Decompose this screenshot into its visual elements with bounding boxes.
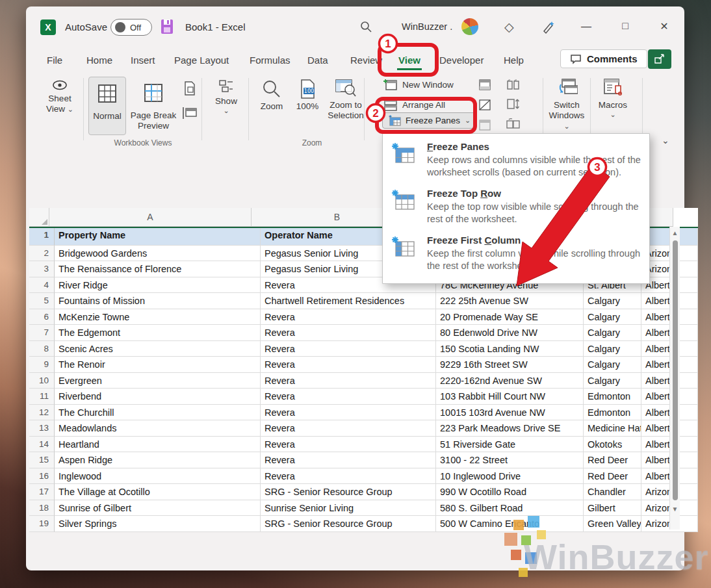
split-icon[interactable] — [478, 79, 491, 90]
tab-file[interactable]: File — [45, 51, 64, 70]
cell[interactable]: Revera — [261, 437, 436, 453]
arrange-all-button[interactable]: Arrange All — [383, 99, 445, 111]
row-number[interactable]: 10 — [29, 373, 55, 389]
tab-developer[interactable]: Developer — [438, 51, 485, 70]
hide-icon[interactable] — [478, 99, 491, 110]
new-window-button[interactable]: New Window — [383, 79, 454, 91]
cell[interactable]: Revera — [261, 341, 436, 357]
unhide-icon[interactable] — [478, 120, 491, 131]
cell[interactable]: 10015 103rd Avenue NW — [436, 405, 584, 421]
designer-diamond-icon[interactable]: ◇ — [504, 19, 514, 34]
cell[interactable]: The Renoir — [55, 357, 261, 373]
tab-data[interactable]: Data — [306, 51, 330, 70]
minimize-button[interactable]: — — [573, 21, 599, 32]
zoom-button[interactable]: Zoom — [255, 79, 289, 112]
maximize-button[interactable]: □ — [612, 20, 638, 32]
cell[interactable]: Heartland — [55, 437, 261, 453]
menu-item-freeze-top-row[interactable]: Freeze Top Row Keep the top row visible … — [383, 181, 649, 227]
share-button[interactable] — [648, 49, 671, 69]
cell[interactable]: Red Deer — [584, 468, 641, 485]
page-break-preview-button[interactable]: Page Break Preview — [129, 77, 178, 131]
cell[interactable]: Property Name — [55, 228, 261, 246]
row-number[interactable]: 9 — [29, 357, 55, 373]
cell[interactable]: Sunrise of Gilbert — [55, 500, 261, 517]
cell[interactable]: Edmonton — [584, 389, 641, 405]
cell[interactable]: Okotoks — [584, 437, 641, 453]
tab-formulas[interactable]: Formulas — [248, 51, 292, 70]
cell[interactable]: 990 W Ocotillo Road — [436, 484, 584, 500]
normal-view-button[interactable]: Normal — [88, 77, 126, 135]
cell[interactable]: River Ridge — [55, 277, 261, 294]
tab-home[interactable]: Home — [85, 51, 114, 70]
sheet-view-button[interactable]: Sheet View ⌄ — [39, 79, 81, 114]
cell[interactable]: The Edgemont — [55, 325, 261, 341]
macros-button[interactable]: Macros ⌄ — [593, 78, 633, 119]
synchronous-scrolling-icon[interactable] — [506, 98, 521, 111]
show-button[interactable]: Show ⌄ — [209, 79, 243, 115]
autosave-toggle[interactable]: Off — [110, 19, 152, 36]
custom-views-icon[interactable] — [182, 106, 198, 120]
cell[interactable]: Revera — [261, 357, 436, 373]
row-number[interactable]: 19 — [29, 516, 55, 532]
save-icon[interactable] — [160, 18, 174, 35]
zoom-to-selection-button[interactable]: Zoom to Selection — [326, 79, 365, 121]
cell[interactable]: SRG - Senior Resource Group — [261, 516, 436, 532]
cell[interactable]: Calgary — [584, 309, 641, 326]
tab-insert[interactable]: Insert — [129, 51, 157, 70]
cell[interactable]: 10 Inglewood Drive — [436, 468, 584, 485]
cell[interactable]: Meadowlands — [55, 420, 261, 437]
menu-item-freeze-first-column[interactable]: Freeze First Column Keep the first colum… — [383, 227, 649, 274]
cell[interactable]: Calgary — [584, 373, 641, 389]
cell[interactable]: Revera — [261, 468, 436, 485]
cell[interactable]: Calgary — [584, 341, 641, 357]
cell[interactable]: Calgary — [584, 325, 641, 341]
comments-button[interactable]: Comments — [560, 49, 647, 68]
cell[interactable]: 103 Rabbit Hill Court NW — [436, 389, 584, 405]
cell[interactable]: Silver Springs — [55, 516, 261, 532]
cell[interactable]: Revera — [261, 309, 436, 326]
whats-new-icon[interactable] — [541, 19, 556, 34]
cell[interactable]: Inglewood — [55, 468, 261, 485]
tab-help[interactable]: Help — [502, 51, 525, 70]
cell[interactable]: Red Deer — [584, 452, 641, 468]
cell[interactable]: Aspen Ridge — [55, 452, 261, 468]
cell[interactable]: Revera — [261, 405, 436, 421]
close-button[interactable]: ✕ — [651, 20, 677, 32]
cell[interactable]: Gilbert — [584, 500, 641, 517]
cell[interactable]: Revera — [261, 325, 436, 341]
row-number[interactable]: 18 — [29, 500, 55, 517]
row-number[interactable]: 16 — [29, 468, 55, 485]
cell[interactable]: 80 Edenwold Drive NW — [436, 325, 584, 341]
cell[interactable]: Sunrise Senior Living — [261, 500, 436, 517]
cell[interactable]: Scenic Acres — [55, 341, 261, 357]
cell[interactable]: 3100 - 22 Street — [436, 452, 584, 468]
collapse-ribbon-icon[interactable]: ⌄ — [662, 135, 669, 146]
account-name[interactable]: WinBuzzer . — [402, 21, 452, 32]
cell[interactable]: McKenzie Towne — [55, 309, 261, 326]
cell[interactable]: Calgary — [584, 357, 641, 373]
cell[interactable]: The Churchill — [55, 405, 261, 421]
row-number[interactable]: 15 — [29, 452, 55, 468]
cell[interactable]: Revera — [261, 452, 436, 468]
view-side-by-side-icon[interactable] — [506, 79, 521, 90]
cell[interactable]: 2220-162nd Avenue SW — [436, 373, 584, 389]
search-icon[interactable] — [359, 20, 372, 33]
scroll-up-icon[interactable]: ▲ — [670, 229, 680, 236]
row-number[interactable]: 7 — [29, 325, 55, 341]
vertical-scrollbar[interactable]: ▲ ▼ — [669, 227, 680, 530]
cell[interactable]: Revera — [261, 389, 436, 405]
row-number[interactable]: 3 — [29, 261, 55, 277]
cell[interactable]: Bridgewood Gardens — [55, 246, 261, 262]
cell[interactable]: Riverbend — [55, 389, 261, 405]
cell[interactable]: 150 Scotia Landing NW — [436, 341, 584, 357]
cell[interactable]: Calgary — [584, 293, 641, 309]
row-number[interactable]: 13 — [29, 420, 55, 437]
column-header-a[interactable]: A — [49, 208, 252, 227]
cell[interactable]: Green Valley — [584, 516, 641, 532]
row-number[interactable]: 14 — [29, 437, 55, 453]
menu-item-freeze-panes[interactable]: Freeze Panes Keep rows and columns visib… — [383, 134, 649, 181]
reset-window-position-icon[interactable] — [506, 118, 521, 129]
row-number[interactable]: 12 — [29, 405, 55, 421]
row-number[interactable]: 17 — [29, 484, 55, 500]
tab-review[interactable]: Review — [349, 51, 383, 70]
